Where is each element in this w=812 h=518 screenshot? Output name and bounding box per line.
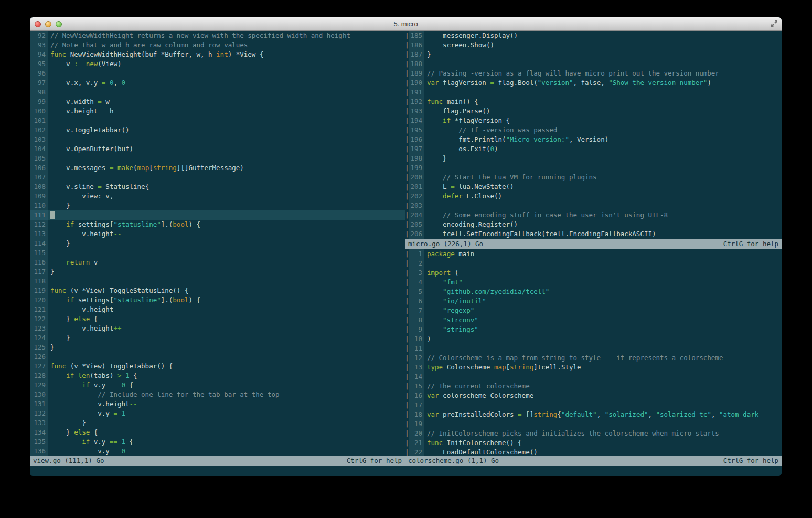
code-line[interactable]: 125}: [30, 343, 405, 352]
code-line[interactable]: |185 messenger.Display(): [405, 31, 782, 40]
code-line[interactable]: |6 "io/ioutil": [405, 297, 782, 306]
code-line[interactable]: |4 "fmt": [405, 278, 782, 287]
code-line[interactable]: |194 if *flagVersion {: [405, 116, 782, 125]
code-line[interactable]: |17: [405, 400, 782, 410]
code-line[interactable]: |1package main: [405, 249, 782, 259]
code-line[interactable]: 126: [30, 352, 405, 362]
code-line[interactable]: |199: [405, 163, 782, 173]
code-line[interactable]: |7 "regexp": [405, 306, 782, 315]
code-line[interactable]: 127func (v *View) ToggleTabbar() {: [30, 362, 405, 371]
code-line[interactable]: |192func main() {: [405, 97, 782, 107]
code-line[interactable]: |202 defer L.Close(): [405, 192, 782, 201]
code-line[interactable]: 112 if settings["statusline"].(bool) {: [30, 220, 405, 229]
code-line[interactable]: 128 if len(tabs) > 1 {: [30, 371, 405, 380]
code-line[interactable]: |9 "strings": [405, 325, 782, 334]
code-line[interactable]: 117}: [30, 267, 405, 277]
code-line[interactable]: |206 tcell.SetEncodingFallback(tcell.Enc…: [405, 229, 782, 239]
code-line[interactable]: |3import (: [405, 268, 782, 278]
code-line[interactable]: 109 view: v,: [30, 192, 405, 201]
code-line[interactable]: 124 }: [30, 333, 405, 343]
code-line[interactable]: 132 v.y = 1: [30, 409, 405, 418]
code-line[interactable]: |196 fmt.Println("Micro version:", Versi…: [405, 135, 782, 144]
code-line[interactable]: |190var flagVersion = flag.Bool("version…: [405, 78, 782, 88]
code-line[interactable]: 136 v.y = 0: [30, 447, 405, 456]
code-line[interactable]: 120 if settings["statusline"].(bool) {: [30, 295, 405, 305]
code-line[interactable]: |201 L = lua.NewState(): [405, 182, 782, 192]
code-line[interactable]: |14: [405, 372, 782, 382]
code-line[interactable]: |189// Passing -version as a flag will h…: [405, 69, 782, 78]
code-line[interactable]: 123 v.height++: [30, 324, 405, 333]
code-line[interactable]: 114 }: [30, 239, 405, 248]
zoom-button[interactable]: [56, 21, 62, 27]
code-line[interactable]: |18var preInstalledColors = []string{"de…: [405, 410, 782, 419]
code-line[interactable]: |11: [405, 344, 782, 353]
code-line[interactable]: |193 flag.Parse(): [405, 107, 782, 116]
editor-pane-colorscheme-go[interactable]: |1package main|2|3import (|4 "fmt"|5 "gi…: [405, 249, 782, 456]
code-line[interactable]: |19: [405, 419, 782, 429]
code-line[interactable]: 113 v.height--: [30, 229, 405, 239]
code-line[interactable]: |191: [405, 88, 782, 97]
code-line[interactable]: 93// Note that w and h are raw column an…: [30, 40, 405, 50]
code-line[interactable]: |195 // If -version was passed: [405, 125, 782, 135]
split-divider-icon: |: [405, 315, 409, 325]
minimize-button[interactable]: [45, 21, 51, 27]
code-line[interactable]: |10): [405, 334, 782, 344]
line-number: 120: [30, 295, 48, 305]
editor-pane-view-go[interactable]: 92// NewViewWidthHeight returns a new vi…: [30, 31, 405, 456]
code-line[interactable]: |8 "strconv": [405, 315, 782, 325]
code-line[interactable]: |5 "github.com/zyedidia/tcell": [405, 287, 782, 297]
code-line[interactable]: 118: [30, 277, 405, 286]
line-number: 128: [30, 371, 48, 380]
code-line[interactable]: |15// The current colorscheme: [405, 382, 782, 391]
code-line[interactable]: 100 v.height = h: [30, 107, 405, 116]
code-line[interactable]: |22 LoadDefaultColorscheme(): [405, 448, 782, 456]
code-line[interactable]: 135 if v.y == 1 {: [30, 437, 405, 447]
code-line[interactable]: 101: [30, 116, 405, 125]
code-line[interactable]: 103: [30, 135, 405, 144]
code-line[interactable]: |188: [405, 59, 782, 69]
code-line[interactable]: |186 screen.Show(): [405, 40, 782, 50]
code-line[interactable]: 111: [30, 210, 405, 220]
code-line[interactable]: |197 os.Exit(0): [405, 144, 782, 154]
code-line[interactable]: |13type Colorscheme map[string]tcell.Sty…: [405, 363, 782, 372]
code-line[interactable]: |198 }: [405, 154, 782, 163]
code-line[interactable]: 99 v.width = w: [30, 97, 405, 107]
code-line[interactable]: 97 v.x, v.y = 0, 0: [30, 78, 405, 88]
code-line[interactable]: 95 v := new(View): [30, 59, 405, 69]
code-line[interactable]: |12// Colorscheme is a map from string t…: [405, 353, 782, 363]
code-line[interactable]: 104 v.OpenBuffer(buf): [30, 144, 405, 154]
code-line[interactable]: |20// InitColorscheme picks and initiali…: [405, 429, 782, 438]
code-line[interactable]: 96: [30, 69, 405, 78]
code-line[interactable]: |16var colorscheme Colorscheme: [405, 391, 782, 400]
close-button[interactable]: [35, 21, 41, 27]
code-line[interactable]: 105: [30, 154, 405, 163]
code-line[interactable]: 122 } else {: [30, 314, 405, 324]
code-line[interactable]: 102 v.ToggleTabbar(): [30, 125, 405, 135]
code-line[interactable]: |187}: [405, 50, 782, 59]
code-line[interactable]: 110 }: [30, 201, 405, 210]
code-line[interactable]: 134 } else {: [30, 428, 405, 437]
code-line[interactable]: |2: [405, 259, 782, 268]
code-line[interactable]: 133 }: [30, 418, 405, 428]
code-line[interactable]: 92// NewViewWidthHeight returns a new vi…: [30, 31, 405, 40]
fullscreen-icon[interactable]: [770, 19, 778, 28]
code-line[interactable]: 129 if v.y == 0 {: [30, 380, 405, 390]
code-line[interactable]: 98: [30, 88, 405, 97]
code-line[interactable]: 107: [30, 173, 405, 182]
code-line[interactable]: 108 v.sline = Statusline{: [30, 182, 405, 192]
code-line[interactable]: 94func NewViewWidthHeight(buf *Buffer, w…: [30, 50, 405, 59]
code-line[interactable]: 130 // Include one line for the tab bar …: [30, 390, 405, 399]
code-line[interactable]: 121 v.height--: [30, 305, 405, 314]
code-line[interactable]: |203: [405, 201, 782, 210]
code-line[interactable]: 119func (v *View) ToggleStatusLine() {: [30, 286, 405, 295]
editor-pane-micro-go[interactable]: |185 messenger.Display()|186 screen.Show…: [405, 31, 782, 239]
code-line[interactable]: |205 encoding.Register(): [405, 220, 782, 229]
code-line[interactable]: 115: [30, 248, 405, 258]
code-line[interactable]: 116 return v: [30, 258, 405, 267]
code-line[interactable]: |21func InitColorscheme() {: [405, 438, 782, 448]
code-line[interactable]: |204 // Some encoding stuff in case the …: [405, 210, 782, 220]
code-line[interactable]: |200 // Start the Lua VM for running plu…: [405, 173, 782, 182]
code-line[interactable]: 131 v.height--: [30, 399, 405, 409]
code-line[interactable]: 106 v.messages = make(map[string][]Gutte…: [30, 163, 405, 173]
window-titlebar[interactable]: 5. micro: [30, 17, 782, 31]
